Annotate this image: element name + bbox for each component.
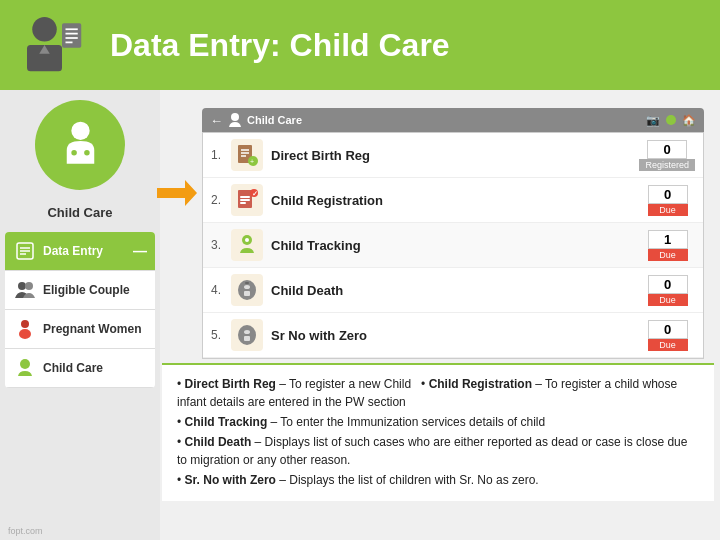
- header-person-icon: [20, 10, 90, 80]
- svg-point-21: [231, 113, 239, 121]
- svg-point-40: [238, 325, 256, 345]
- svg-point-17: [21, 320, 29, 328]
- child-registration-badge: 0 Due: [640, 185, 695, 216]
- menu-row-child-tracking[interactable]: 3. Child Tracking 1: [203, 223, 703, 268]
- sidebar-item-pregnant-women[interactable]: Pregnant Women: [5, 310, 155, 349]
- child-death-icon: [231, 274, 263, 306]
- child-care-sidebar-icon: [13, 356, 37, 380]
- svg-rect-31: [240, 202, 246, 204]
- svg-point-0: [32, 17, 57, 42]
- svg-rect-3: [62, 23, 81, 48]
- svg-rect-39: [244, 291, 250, 296]
- arrow-icon: [157, 178, 197, 208]
- sidebar-child-care-label: Child Care: [47, 205, 112, 220]
- child-death-label: Child Death: [271, 283, 640, 298]
- svg-text:✓: ✓: [252, 190, 258, 197]
- svg-point-18: [19, 329, 31, 339]
- sr-no-zero-label: Sr No with Zero: [271, 328, 640, 343]
- status-dot: [666, 115, 676, 125]
- svg-point-16: [25, 282, 33, 290]
- svg-point-19: [20, 359, 30, 369]
- menu-row-sr-no-zero[interactable]: 5. Sr No with Zero 0: [203, 313, 703, 358]
- phone-header-title: Child Care: [247, 114, 302, 126]
- svg-point-10: [84, 150, 90, 156]
- desc-child-tracking: • Child Tracking – To enter the Immuniza…: [177, 413, 699, 431]
- sidebar-item-data-entry[interactable]: Data Entry —: [5, 232, 155, 271]
- desc-direct-birth-reg: • Direct Birth Reg – To register a new C…: [177, 375, 699, 411]
- svg-rect-30: [240, 199, 250, 201]
- sr-no-zero-icon: [231, 319, 263, 351]
- pregnant-women-icon: [13, 317, 37, 341]
- svg-point-38: [244, 285, 250, 289]
- header: Data Entry: Child Care: [0, 0, 720, 90]
- menu-row-child-registration[interactable]: 2. ✓ Chil: [203, 178, 703, 223]
- sidebar-eligible-couple-label: Eligible Couple: [43, 283, 130, 297]
- direct-birth-icon: +: [231, 139, 263, 171]
- svg-rect-42: [244, 336, 250, 341]
- sidebar-menu: Data Entry — Eligible Couple: [5, 232, 155, 388]
- child-death-badge: 0 Due: [640, 275, 695, 306]
- child-registration-label: Child Registration: [271, 193, 640, 208]
- direct-birth-badge: 0 Registered: [639, 140, 695, 171]
- menu-row-child-death[interactable]: 4. Child Death: [203, 268, 703, 313]
- phone-header: ← Child Care 📷 🏠: [202, 108, 704, 132]
- svg-point-9: [71, 150, 77, 156]
- menu-row-direct-birth-reg[interactable]: 1. + Dire: [203, 133, 703, 178]
- svg-rect-37: [245, 282, 249, 284]
- phone-header-icon: [227, 112, 243, 128]
- page-title: Data Entry: Child Care: [110, 27, 450, 64]
- sidebar-data-entry-label: Data Entry: [43, 244, 103, 258]
- svg-rect-29: [240, 196, 250, 198]
- svg-point-35: [245, 238, 249, 242]
- svg-text:+: +: [250, 158, 254, 165]
- desc-child-death: • Child Death – Displays list of such ca…: [177, 433, 699, 469]
- desc-sr-no-zero: • Sr. No with Zero – Displays the list o…: [177, 471, 699, 489]
- home-icon: 🏠: [682, 114, 696, 127]
- child-registration-icon: ✓: [231, 184, 263, 216]
- child-care-circle-icon: [35, 100, 125, 190]
- eligible-couple-icon: [13, 278, 37, 302]
- child-tracking-badge: 1 Due: [640, 230, 695, 261]
- phone-mockup: ← Child Care 📷 🏠: [197, 98, 714, 359]
- description-panel: • Direct Birth Reg – To register a new C…: [162, 363, 714, 501]
- main-content: Child Care Data Entry —: [0, 90, 720, 540]
- svg-point-41: [244, 330, 250, 334]
- sidebar-pregnant-women-label: Pregnant Women: [43, 322, 141, 336]
- data-entry-icon: [13, 239, 37, 263]
- sidebar-child-care-menu-label: Child Care: [43, 361, 103, 375]
- phone-menu-list: 1. + Dire: [202, 132, 704, 359]
- child-tracking-icon: [231, 229, 263, 261]
- sidebar-item-child-care[interactable]: Child Care: [5, 349, 155, 388]
- child-tracking-label: Child Tracking: [271, 238, 640, 253]
- camera-icon: 📷: [646, 114, 660, 127]
- svg-marker-20: [157, 180, 197, 206]
- svg-point-8: [71, 121, 89, 139]
- watermark: fopt.com: [8, 526, 43, 536]
- sr-no-zero-badge: 0 Due: [640, 320, 695, 351]
- sidebar-item-eligible-couple[interactable]: Eligible Couple: [5, 271, 155, 310]
- app-container: Data Entry: Child Care Child Care: [0, 0, 720, 540]
- svg-point-15: [18, 282, 26, 290]
- sidebar: Child Care Data Entry —: [0, 90, 160, 540]
- direct-birth-reg-label: Direct Birth Reg: [271, 148, 639, 163]
